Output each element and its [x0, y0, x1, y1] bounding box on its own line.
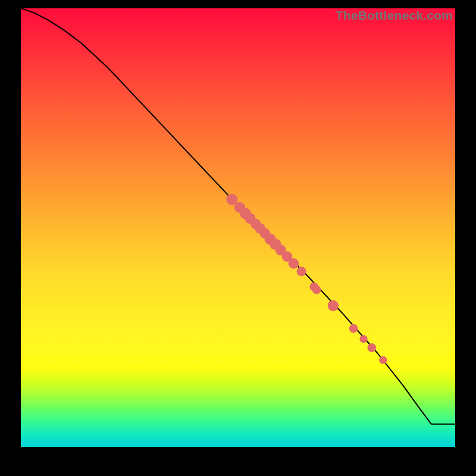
curve-path [21, 8, 455, 424]
points-group [226, 194, 387, 364]
data-point [359, 335, 367, 343]
data-point [226, 194, 237, 205]
data-point [379, 356, 387, 364]
data-point [312, 286, 321, 295]
chart-overlay [21, 8, 455, 447]
data-point [328, 300, 339, 311]
plot-area: TheBottleneck.com [21, 8, 455, 447]
data-point [297, 267, 306, 276]
chart-frame: TheBottleneck.com [0, 0, 476, 476]
data-point [289, 258, 299, 269]
data-point [368, 343, 377, 352]
data-point [349, 324, 358, 333]
